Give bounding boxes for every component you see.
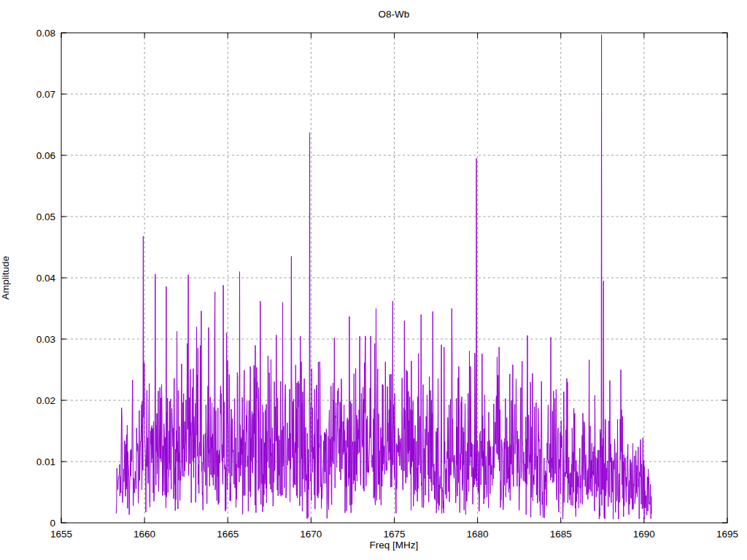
y-tick-label: 0.04 — [36, 273, 56, 284]
y-tick-label: 0.03 — [36, 334, 55, 345]
x-tick-label: 1670 — [300, 529, 322, 540]
x-tick-label: 1685 — [550, 529, 572, 540]
chart-title: O8-Wb — [379, 9, 410, 20]
y-tick-label: 0.02 — [36, 395, 55, 406]
spectrum-trace — [116, 35, 651, 519]
y-tick-label: 0.01 — [36, 456, 55, 467]
y-tick-label: 0 — [50, 518, 55, 529]
spectrum-chart: 16551660166516701675168016851690169500.0… — [0, 0, 747, 560]
x-tick-label: 1680 — [467, 529, 489, 540]
y-tick-label: 0.07 — [36, 89, 55, 100]
y-axis-label: Amplitude — [0, 256, 11, 300]
x-tick-label: 1675 — [383, 529, 405, 540]
x-tick-label: 1690 — [633, 529, 655, 540]
x-axis-label: Freq [MHz] — [370, 540, 419, 551]
spectrum-plot-window: 16551660166516701675168016851690169500.0… — [0, 0, 747, 560]
x-tick-label: 1695 — [716, 529, 738, 540]
x-tick-label: 1655 — [50, 529, 72, 540]
x-tick-label: 1660 — [133, 529, 155, 540]
y-tick-label: 0.05 — [36, 211, 55, 222]
y-tick-label: 0.08 — [36, 28, 55, 39]
x-tick-label: 1665 — [217, 529, 239, 540]
y-tick-label: 0.06 — [36, 150, 55, 161]
